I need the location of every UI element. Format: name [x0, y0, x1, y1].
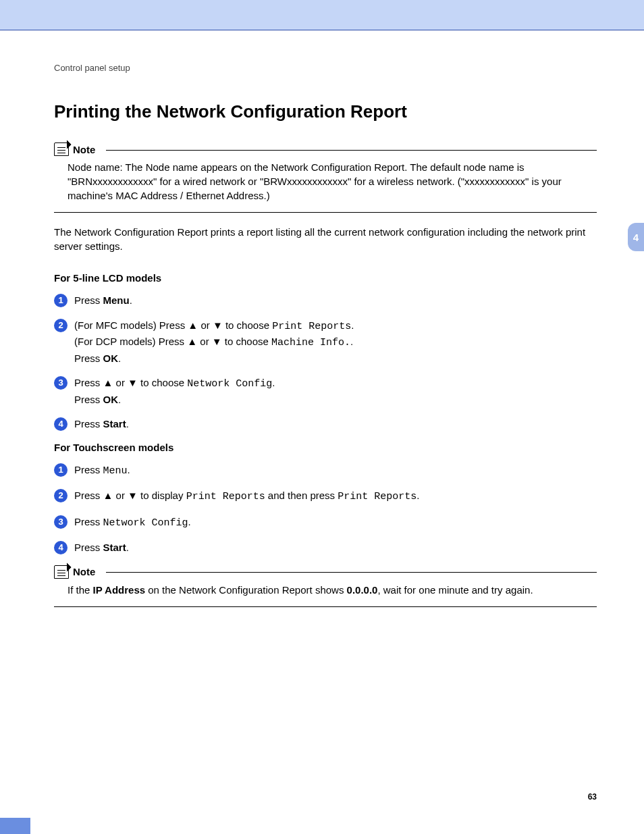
breadcrumb: Control panel setup: [54, 63, 597, 73]
down-arrow-icon: ▼: [128, 377, 138, 388]
text: Press: [74, 464, 103, 475]
page-title: Printing the Network Configuration Repor…: [54, 101, 597, 122]
text: Press: [74, 542, 103, 553]
text: (For DCP models) Press: [74, 336, 187, 347]
text: .: [128, 464, 130, 475]
up-arrow-icon: ▲: [188, 319, 198, 331]
note-block-1: Note Node name: The Node name appears on…: [54, 142, 597, 213]
text: Press: [74, 394, 103, 405]
text: .: [351, 319, 354, 331]
mono-text: Print Reports: [338, 491, 417, 502]
chapter-tab: 4: [628, 223, 644, 251]
note-rule: [106, 150, 597, 151]
up-arrow-icon: ▲: [187, 336, 197, 347]
text: , wait for one minute and try again.: [377, 584, 533, 596]
text: (For MFC models) Press: [74, 319, 188, 331]
lcd-step-2: 2 (For MFC models) Press ▲ or ▼ to choos…: [54, 318, 597, 367]
text: on the Network Configuration Report show…: [145, 584, 346, 596]
text: Press: [74, 294, 103, 306]
text: .: [126, 542, 129, 553]
text: Press: [74, 377, 103, 388]
text: to display: [138, 490, 186, 501]
lcd-step-1: 1 Press Menu.: [54, 293, 597, 309]
touch-step-1: 1 Press Menu.: [54, 463, 597, 479]
start-bold: Start: [103, 418, 126, 429]
note-label: Note: [73, 144, 95, 155]
text: Press: [74, 490, 103, 501]
lcd-step-4: 4 Press Start.: [54, 417, 597, 432]
step-number-icon: 2: [54, 319, 68, 332]
text: and then press: [265, 490, 338, 501]
touch-step-4: 4 Press Start.: [54, 540, 597, 556]
text: .: [188, 516, 191, 527]
note-body: Node name: The Node name appears on the …: [54, 160, 597, 208]
step-number-icon: 1: [54, 294, 68, 307]
down-arrow-icon: ▼: [128, 490, 138, 501]
text: Press: [74, 516, 103, 527]
text: If the: [68, 584, 93, 596]
page-number: 63: [588, 792, 597, 802]
text: .: [130, 294, 132, 306]
lcd-step-3: 3 Press ▲ or ▼ to choose Network Config.…: [54, 375, 597, 407]
mono-text: Network Config: [187, 378, 272, 390]
text: .: [118, 353, 121, 364]
section-lcd-heading: For 5-line LCD models: [54, 272, 597, 284]
note-icon: [54, 142, 69, 156]
mono-text: Menu: [103, 465, 128, 477]
menu-bold: Menu: [103, 294, 130, 306]
note-rule: [106, 572, 597, 573]
text: .: [272, 377, 275, 388]
step-number-icon: 4: [54, 417, 68, 431]
text: or: [197, 336, 212, 347]
note-icon: [54, 565, 69, 579]
corner-accent: [0, 818, 30, 834]
text: or: [113, 377, 128, 388]
note-bottom-rule: [54, 212, 597, 213]
note-block-2: Note If the IP Address on the Network Co…: [54, 565, 597, 607]
step-number-icon: 4: [54, 541, 68, 554]
down-arrow-icon: ▼: [213, 319, 223, 331]
text: or: [198, 319, 213, 331]
step-number-icon: 3: [54, 515, 68, 529]
mono-text: Network Config: [103, 517, 188, 529]
text: .: [350, 336, 353, 347]
up-arrow-icon: ▲: [103, 490, 113, 501]
text: Press: [74, 353, 103, 364]
step-number-icon: 2: [54, 489, 68, 502]
text: to choose: [222, 336, 271, 347]
text: .: [417, 490, 419, 501]
ip-value-bold: 0.0.0.0: [347, 584, 378, 596]
intro-text: The Network Configuration Report prints …: [54, 225, 597, 253]
text: or: [113, 490, 128, 501]
mono-text: Print Reports: [186, 491, 265, 502]
touch-step-2: 2 Press ▲ or ▼ to display Print Reports …: [54, 488, 597, 505]
note-bottom-rule: [54, 606, 597, 607]
header-bar: [0, 0, 644, 30]
ip-address-bold: IP Address: [93, 584, 146, 596]
ok-bold: OK: [103, 394, 119, 405]
text: .: [126, 418, 129, 429]
page-content: Control panel setup Printing the Network…: [0, 30, 644, 607]
text: Press: [74, 418, 103, 429]
start-bold: Start: [103, 542, 126, 553]
text: .: [118, 394, 121, 405]
ok-bold: OK: [103, 353, 119, 364]
note-label: Note: [73, 566, 95, 577]
text: to choose: [138, 377, 187, 388]
mono-text: Print Reports: [272, 321, 351, 332]
step-number-icon: 3: [54, 376, 68, 390]
text: to choose: [223, 319, 272, 331]
touch-step-3: 3 Press Network Config.: [54, 515, 597, 531]
step-number-icon: 1: [54, 463, 68, 477]
up-arrow-icon: ▲: [103, 377, 113, 388]
down-arrow-icon: ▼: [212, 336, 222, 347]
note-body: If the IP Address on the Network Configu…: [54, 583, 597, 602]
mono-text: Machine Info.: [271, 337, 350, 348]
section-touch-heading: For Touchscreen models: [54, 442, 597, 453]
